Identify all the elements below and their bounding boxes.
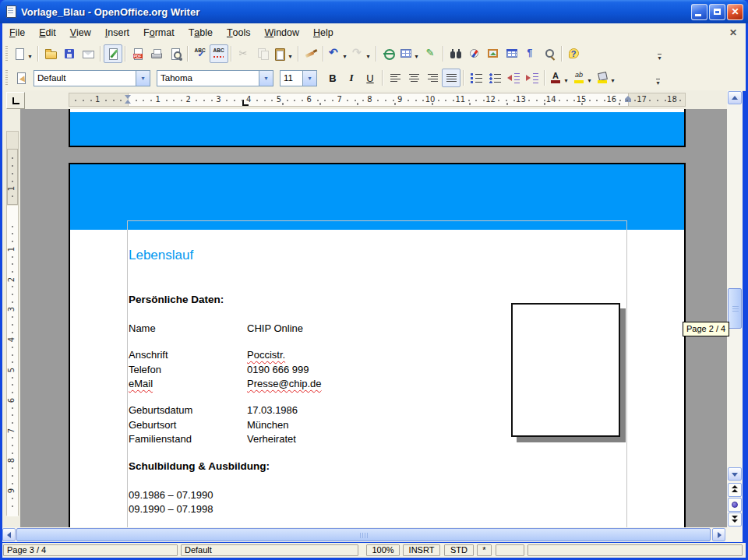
italic-button[interactable]: I <box>342 69 361 87</box>
ruler-tick <box>287 100 288 101</box>
title-bar[interactable]: Vorlage_Blau - OpenOffice.org Writer ✕ <box>0 0 748 23</box>
menu-file[interactable]: File <box>2 23 32 42</box>
previous-page-button[interactable] <box>728 483 742 497</box>
highlighting-button[interactable] <box>571 69 595 87</box>
font-size-dropdown-arrow[interactable] <box>302 71 316 86</box>
horizontal-ruler[interactable]: 1123456789101112131415161718 <box>2 90 727 109</box>
decrease-indent-button[interactable] <box>504 69 523 87</box>
scroll-down-button[interactable] <box>728 467 742 481</box>
toolbar-drag-handle[interactable] <box>5 46 8 62</box>
horizontal-scrollbar[interactable] <box>2 527 727 542</box>
auto-spellcheck-button[interactable] <box>210 44 228 63</box>
align-left-button[interactable] <box>386 69 404 87</box>
help-button[interactable] <box>565 44 584 63</box>
status-page-style[interactable]: Default <box>181 544 358 556</box>
maximize-button[interactable] <box>709 4 725 20</box>
menu-edit[interactable]: Edit <box>32 23 63 42</box>
vertical-scrollbar[interactable] <box>727 90 743 542</box>
scroll-up-button[interactable] <box>728 91 742 104</box>
nonprinting-characters-button[interactable] <box>521 44 540 63</box>
cv-section-education[interactable]: Schulbildung & Ausbildung: <box>129 460 626 474</box>
vertical-ruler[interactable]: 1123456789 <box>2 109 20 527</box>
horizontal-scrollbar-thumb[interactable] <box>16 528 711 541</box>
status-modified-flag[interactable]: * <box>477 544 492 556</box>
numbered-list-button[interactable] <box>467 69 485 87</box>
font-name-dropdown-arrow[interactable] <box>259 71 273 86</box>
font-color-dropdown-arrow[interactable] <box>563 72 570 84</box>
toolbar-options-arrow[interactable] <box>655 49 664 63</box>
paragraph-style-combobox[interactable]: Default <box>34 70 150 86</box>
page-preview-button[interactable] <box>166 44 185 63</box>
insert-table-button[interactable] <box>398 44 422 63</box>
bold-button[interactable]: B <box>323 69 342 87</box>
spellcheck-button[interactable] <box>191 44 210 63</box>
draw-functions-button[interactable] <box>422 44 440 63</box>
send-email-button[interactable] <box>79 44 97 63</box>
horizontal-ruler-scale[interactable]: 1123456789101112131415161718 <box>69 93 686 107</box>
styles-button[interactable] <box>12 69 30 87</box>
status-page-indicator[interactable]: Page 3 / 4 <box>3 544 178 556</box>
navigator-button[interactable] <box>465 44 484 63</box>
align-right-button[interactable] <box>423 69 442 87</box>
status-field-empty-2[interactable] <box>527 544 743 556</box>
undo-button[interactable] <box>326 44 350 63</box>
print-button[interactable] <box>147 44 166 63</box>
data-sources-button[interactable] <box>503 44 521 63</box>
save-document-button[interactable] <box>60 44 79 63</box>
menu-window[interactable]: Window <box>258 23 306 42</box>
new-document-button[interactable] <box>12 44 35 63</box>
background-color-dropdown-arrow[interactable] <box>609 72 616 84</box>
menu-table[interactable]: Table <box>182 23 220 42</box>
vertical-ruler-scale[interactable]: 1123456789 <box>6 131 19 516</box>
menu-view[interactable]: View <box>63 23 98 42</box>
paste-dropdown-arrow[interactable] <box>287 48 294 60</box>
format-paintbrush-button[interactable] <box>302 44 320 63</box>
background-color-button[interactable] <box>595 69 618 87</box>
font-size-combobox[interactable]: 11 <box>280 70 317 86</box>
insert-table-dropdown-arrow[interactable] <box>413 48 420 60</box>
navigation-button[interactable] <box>728 498 742 512</box>
cv-heading[interactable]: Lebenslauf <box>129 248 626 263</box>
close-document-button[interactable]: ✕ <box>727 26 739 39</box>
underline-button[interactable]: U <box>361 69 379 87</box>
undo-dropdown-arrow[interactable] <box>341 48 348 60</box>
find-replace-button[interactable] <box>446 44 465 63</box>
next-page-button[interactable] <box>728 512 742 527</box>
hyperlink-button[interactable] <box>379 44 398 63</box>
edit-file-button[interactable] <box>104 44 122 63</box>
menu-tools[interactable]: Tools <box>220 23 258 42</box>
scroll-left-button[interactable] <box>2 528 16 541</box>
justify-button[interactable] <box>442 69 460 87</box>
status-zoom-level[interactable]: 100% <box>366 544 400 556</box>
scroll-right-button[interactable] <box>712 528 725 541</box>
align-center-button[interactable] <box>404 69 423 87</box>
minimize-button[interactable] <box>691 4 707 20</box>
font-name-combobox[interactable]: Tahoma <box>157 70 273 86</box>
status-selection-mode[interactable]: STD <box>444 544 474 556</box>
page-2-bottom[interactable] <box>69 109 686 147</box>
highlighting-dropdown-arrow[interactable] <box>586 72 593 84</box>
document-view[interactable]: Lebenslauf Persönliche Daten: NameCHIP O… <box>20 109 727 527</box>
font-color-button[interactable] <box>548 69 571 87</box>
menu-format[interactable]: Format <box>136 23 182 42</box>
export-pdf-button[interactable] <box>129 44 147 63</box>
paste-button[interactable] <box>272 44 295 63</box>
menu-insert[interactable]: Insert <box>98 23 136 42</box>
menu-help[interactable]: Help <box>306 23 340 42</box>
open-document-button[interactable] <box>41 44 60 63</box>
close-button[interactable]: ✕ <box>727 4 743 20</box>
zoom-button[interactable] <box>540 44 559 63</box>
status-insert-mode[interactable]: INSRT <box>403 544 440 556</box>
toolbar-drag-handle[interactable] <box>5 70 8 86</box>
portrait-photo[interactable] <box>511 303 620 437</box>
new-document-dropdown-arrow[interactable] <box>26 48 34 60</box>
bullet-list-button[interactable] <box>485 69 504 87</box>
status-field-empty-1[interactable] <box>496 544 524 556</box>
redo-dropdown-arrow[interactable] <box>365 48 372 60</box>
vertical-scrollbar-thumb[interactable] <box>728 288 742 329</box>
increase-indent-button[interactable] <box>523 69 542 87</box>
tab-stop-selector-button[interactable] <box>6 92 25 109</box>
gallery-button[interactable] <box>484 44 503 63</box>
paragraph-style-dropdown-arrow[interactable] <box>136 71 150 86</box>
toolbar-options-arrow[interactable] <box>654 74 662 88</box>
